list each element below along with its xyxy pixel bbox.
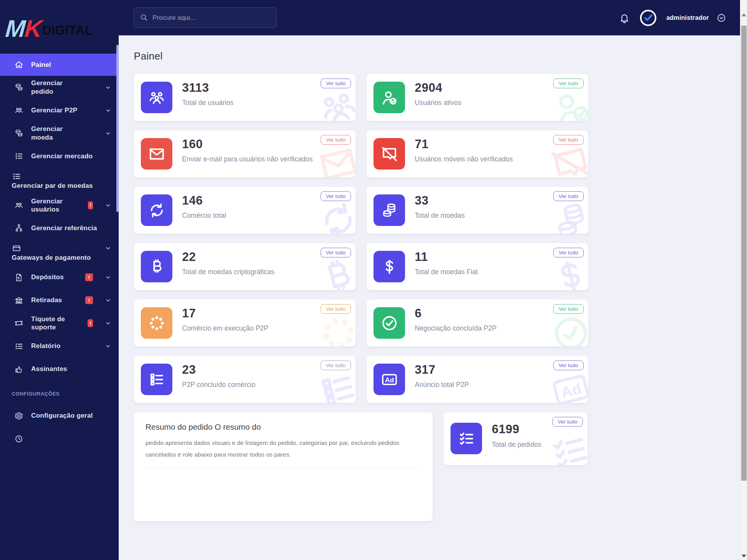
- clock-icon: [14, 434, 23, 443]
- stat-card-total-de-moedas-criptograficas: 22 Total de moedas criptográficas Ver tu…: [134, 243, 356, 290]
- stat-value: 23: [182, 363, 196, 377]
- watermark-icon: [546, 252, 588, 290]
- see-all-button[interactable]: Ver tudo: [553, 191, 584, 201]
- sidebar-item-gateways-de-pagamento[interactable]: Gateways de pagamento: [0, 240, 119, 266]
- sidebar-item-depositos[interactable]: $ Depósitos !: [0, 266, 119, 289]
- see-all-button[interactable]: Ver tudo: [321, 79, 351, 88]
- sidebar-nav-settings: Configuração geral: [0, 404, 119, 450]
- notifications-bell-icon[interactable]: [619, 12, 630, 23]
- sidebar-item-label: Relatório: [31, 342, 60, 350]
- logo-letter-k: K: [24, 15, 42, 42]
- sidebar-item-relatorio[interactable]: Relatório: [0, 335, 119, 358]
- sidebar-item-tiquete-de-suporte[interactable]: Tíquete de suporte !: [0, 312, 119, 335]
- watermark-icon: [314, 83, 356, 121]
- avatar[interactable]: [640, 10, 656, 26]
- watermark-icon: [546, 140, 588, 177]
- watermark-icon: [314, 196, 356, 234]
- stat-card-comercio-total: 146 Comércio total Ver tudo: [134, 187, 356, 234]
- see-all-button[interactable]: Ver tudo: [321, 135, 351, 145]
- sidebar-item-gerenciar-referencia[interactable]: Gerenciar referência: [0, 217, 119, 240]
- sidebar-item-label: Painel: [31, 61, 51, 69]
- sidebar-item-gerenciar-pedido[interactable]: Gerenciar pedido: [0, 76, 119, 99]
- stat-card-total-de-moedas-fiat: 11 Total de moedas Fiat Ver tudo: [366, 243, 588, 290]
- sidebar-scrollbar-thumb[interactable]: [116, 45, 119, 212]
- stat-value: 33: [415, 194, 428, 208]
- dollar-icon: [374, 251, 405, 282]
- stat-label: Comércio total: [182, 211, 315, 220]
- stat-card-comercio-em-execucao-p2p: 17 Comércio em execução P2P Ver tudo: [134, 299, 356, 346]
- sidebar-item-label: Configuração geral: [31, 411, 93, 420]
- scroll-up-arrow[interactable]: [742, 13, 746, 16]
- stat-card-total-de-usuarios: 3113 Total de usuários Ver tudo: [134, 74, 356, 121]
- scrollbar-thumb[interactable]: [741, 26, 747, 481]
- user-check-icon: [374, 82, 405, 113]
- search-input[interactable]: [133, 7, 277, 28]
- checklist-icon: [451, 423, 482, 454]
- see-all-button[interactable]: Ver tudo: [553, 135, 584, 145]
- see-all-button[interactable]: Ver tudo: [553, 304, 584, 314]
- alert-badge: !: [88, 201, 93, 209]
- window-scrollbar[interactable]: [740, 0, 747, 560]
- sidebar-item-label: Retiradas: [31, 296, 62, 304]
- sidebar-item-gerenciar-moeda[interactable]: Gerenciar moeda: [0, 122, 119, 145]
- see-all-button[interactable]: Ver tudo: [321, 191, 351, 201]
- bank-icon: [14, 296, 23, 305]
- order-summary-card: Resumo do pedido O resumo do pedido apre…: [134, 412, 433, 521]
- sidebar-item-retiradas[interactable]: Retiradas !: [0, 289, 119, 312]
- sidebar-item-label: Gerenciar moeda: [31, 125, 85, 142]
- sidebar-item-label: Gerenciar pedido: [31, 79, 85, 96]
- sidebar-item-assinantes[interactable]: Assinantes: [0, 358, 119, 381]
- sidebar-item-clock[interactable]: [0, 427, 119, 450]
- watermark-icon: [546, 83, 588, 121]
- page-title: Painel: [134, 50, 740, 62]
- see-all-button[interactable]: Ver tudo: [552, 417, 583, 427]
- see-all-button[interactable]: Ver tudo: [321, 360, 351, 370]
- alert-badge: !: [88, 319, 93, 327]
- sidebar-item-painel[interactable]: Painel: [0, 54, 119, 76]
- stat-label: Total de moedas: [415, 211, 548, 220]
- logo-letter-m: M: [5, 15, 26, 42]
- alert-badge: !: [85, 273, 93, 281]
- see-all-button[interactable]: Ver tudo: [321, 248, 351, 257]
- sidebar-item-gerenciar-mercado[interactable]: Gerenciar mercado: [0, 145, 119, 168]
- sidebar-nav: Painel Gerenciar pedido Gerenciar P2P Ge…: [0, 54, 119, 381]
- stat-label: Total de moedas criptográficas: [182, 268, 315, 276]
- stat-value: 6: [415, 306, 422, 320]
- logo-text: DIGITAL: [42, 23, 93, 38]
- user-menu-chevron-icon[interactable]: [717, 13, 726, 23]
- app-logo: MK DIGITAL: [0, 0, 119, 50]
- ad-icon: Ad: [374, 364, 405, 395]
- stat-value: 3113: [182, 81, 209, 95]
- watermark-icon: [546, 196, 588, 234]
- svg-text:Ad: Ad: [385, 376, 394, 383]
- username: administrador: [666, 14, 709, 21]
- sidebar-item-gerenciar-p2p[interactable]: Gerenciar P2P: [0, 99, 119, 122]
- stat-card-enviar-e-mail-para-usuarios-nao-verificados: 160 Enviar e-mail para usuários não veri…: [134, 130, 356, 177]
- stat-card-total-de-pedidos: 6199 Total de pedidos Ver tudo: [444, 412, 587, 465]
- stat-label: Negociação concluída P2P: [415, 324, 548, 333]
- card-icon: [12, 243, 21, 253]
- stat-label: Total de moedas Fiat: [415, 268, 548, 276]
- stat-card-anuncio-total-p2p: Ad 317 Anúncio total P2P Ver tudo Ad: [366, 356, 588, 403]
- scroll-down-arrow[interactable]: [742, 555, 746, 558]
- chevron-down-icon: [105, 85, 111, 90]
- sidebar: MK DIGITAL Painel Gerenciar pedido Geren…: [0, 0, 119, 560]
- sidebar-item-label: Gateways de pagamento: [12, 254, 111, 262]
- watermark-icon: [546, 309, 588, 346]
- watermark-icon: [314, 252, 356, 290]
- sidebar-item-configuracao-geral[interactable]: Configuração geral: [0, 404, 119, 427]
- stat-card-p2p-concluido-comercio: 23 P2P concluído comércio Ver tudo: [134, 356, 356, 403]
- sidebar-item-label: Tíquete de suporte: [31, 315, 72, 332]
- coins-icon: [14, 83, 23, 92]
- see-all-button[interactable]: Ver tudo: [553, 360, 584, 370]
- sidebar-item-gerenciar-par-de-moedas[interactable]: Gerenciar par de moedas: [0, 168, 119, 194]
- see-all-button[interactable]: Ver tudo: [553, 79, 584, 88]
- see-all-button[interactable]: Ver tudo: [553, 248, 584, 257]
- sidebar-item-label: Depósitos: [31, 273, 64, 281]
- alert-badge: !: [85, 296, 93, 304]
- sidebar-item-gerenciar-usuarios[interactable]: Gerenciar usuários !: [0, 194, 119, 217]
- chevron-down-icon: [105, 108, 111, 113]
- see-all-button[interactable]: Ver tudo: [321, 304, 351, 314]
- stat-value: 17: [182, 306, 196, 320]
- thumb-icon: [14, 364, 23, 374]
